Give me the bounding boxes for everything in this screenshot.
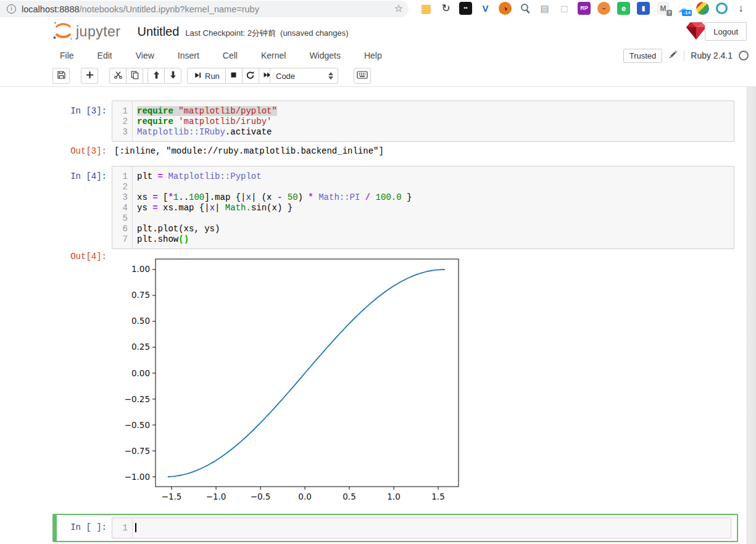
move-cell-down-button[interactable] xyxy=(164,68,181,84)
page-info-icon[interactable]: i xyxy=(7,4,16,14)
svg-text:−1.0: −1.0 xyxy=(206,492,226,501)
code-cell-empty[interactable]: 1 xyxy=(112,517,731,538)
toolbar: Run Code xyxy=(0,65,756,87)
floppy-disk-icon xyxy=(57,70,66,82)
save-button[interactable] xyxy=(52,68,70,84)
menu-item-kernel[interactable]: Kernel xyxy=(249,48,297,63)
command-palette-button[interactable] xyxy=(354,68,371,84)
copy-icon xyxy=(130,70,139,82)
svg-text:−0.50: −0.50 xyxy=(125,420,150,430)
kernel-idle-indicator-icon xyxy=(739,51,749,60)
arrow-down-icon xyxy=(168,70,178,82)
cloud-icon[interactable]: ☁-14 xyxy=(676,2,689,15)
menubar: FileEditViewInsertCellKernelWidgetsHelp … xyxy=(0,46,756,65)
line-number-gutter: 1 xyxy=(112,518,133,538)
selected-empty-cell[interactable]: 1 xyxy=(52,514,738,542)
svg-text:0.50: 0.50 xyxy=(131,316,150,326)
evernote-icon[interactable]: e xyxy=(617,2,630,15)
trusted-button[interactable]: Trusted xyxy=(623,49,663,63)
pinwheel-icon[interactable] xyxy=(696,2,709,15)
move-group xyxy=(147,68,181,84)
menu-item-view[interactable]: View xyxy=(124,48,166,63)
svg-text:1.0: 1.0 xyxy=(387,492,400,501)
cut-cell-button[interactable] xyxy=(109,68,127,84)
cell-type-select[interactable]: Code xyxy=(270,68,338,84)
output-text-3: [:inline, "module://ruby.matplotlib.back… xyxy=(114,146,384,157)
svg-text:−0.5: −0.5 xyxy=(251,492,271,501)
svg-text:0.25: 0.25 xyxy=(131,342,150,352)
logout-button[interactable]: Logout xyxy=(705,22,747,41)
menu: FileEditViewInsertCellKernelWidgetsHelp xyxy=(48,46,394,65)
line-number: 1 xyxy=(112,523,128,534)
download-arrow-icon[interactable]: ↓ xyxy=(734,2,747,15)
svg-text:1.00: 1.00 xyxy=(131,264,150,274)
svg-text:1.5: 1.5 xyxy=(431,492,444,501)
stop-icon xyxy=(229,70,238,82)
output-prompt-3: Out[3]: xyxy=(52,146,107,157)
input-prompt-3: In [3]: xyxy=(52,106,107,117)
svg-text:0.5: 0.5 xyxy=(343,492,355,501)
svg-text:−0.25: −0.25 xyxy=(125,394,150,404)
select-arrows-icon xyxy=(328,72,333,80)
save-group xyxy=(52,68,70,84)
menu-item-widgets[interactable]: Widgets xyxy=(297,48,352,63)
svg-text:−1.00: −1.00 xyxy=(125,472,150,482)
lighthouse-icon[interactable]: ▮ xyxy=(637,2,650,15)
text-cursor xyxy=(135,523,136,532)
output-prompt-4: Out[4]: xyxy=(52,252,107,262)
code-cell-3[interactable]: 123 require "matplotlib/pyplot"require '… xyxy=(112,101,734,142)
menu-item-edit[interactable]: Edit xyxy=(86,48,124,63)
search-icon[interactable] xyxy=(518,2,531,15)
clipboard-icon[interactable]: ▤ xyxy=(538,2,551,15)
scrollbar-track[interactable] xyxy=(747,87,756,544)
svg-text:0.75: 0.75 xyxy=(131,290,150,300)
url-path: /notebooks/Untitled.ipynb?kernel_name=ru… xyxy=(80,4,259,14)
hamster-icon[interactable]: •• xyxy=(597,2,610,15)
divider xyxy=(684,50,684,61)
move-cell-up-button[interactable] xyxy=(147,68,165,84)
checkpoint-status: Last Checkpoint: 2分钟前 xyxy=(185,25,276,39)
refresh-circle-icon[interactable]: ↻ xyxy=(439,2,452,15)
gmail-icon[interactable]: M? xyxy=(657,2,670,15)
svg-text:0.00: 0.00 xyxy=(131,368,150,378)
menu-item-insert[interactable]: Insert xyxy=(166,48,211,63)
restart-kernel-button[interactable] xyxy=(242,68,259,84)
code-cell-4[interactable]: 1234567 plt = Matplotlib::Pyplot xs = [*… xyxy=(112,166,734,249)
notebook-header: jupyter Untitled Last Checkpoint: 2分钟前 (… xyxy=(0,17,756,46)
refresh-icon xyxy=(246,70,255,82)
copy-cell-button[interactable] xyxy=(126,68,143,84)
code-editor-3[interactable]: require "matplotlib/pyplot"require 'matp… xyxy=(133,101,277,141)
rp-badge-icon[interactable]: RP xyxy=(578,2,591,15)
menu-item-help[interactable]: Help xyxy=(352,48,394,63)
add-cell-button[interactable] xyxy=(81,68,98,84)
menu-item-cell[interactable]: Cell xyxy=(211,48,249,63)
swirl-icon[interactable]: ◑ xyxy=(499,2,512,15)
jupyter-wordmark: jupyter xyxy=(76,23,121,40)
line-number-gutter: 123 xyxy=(112,101,133,141)
svg-text:−1.5: −1.5 xyxy=(162,492,182,501)
bookmark-star-icon[interactable]: ☆ xyxy=(394,2,403,14)
url-bar[interactable]: i localhost:8888/notebooks/Untitled.ipyn… xyxy=(0,1,409,17)
interrupt-kernel-button[interactable] xyxy=(225,68,243,84)
notebook-area: In [3]: 123 require "matplotlib/pyplot"r… xyxy=(0,87,756,544)
bookmark-grid-icon[interactable]: ▦ xyxy=(420,2,433,15)
speech-bubble-icon[interactable]: ◻ xyxy=(558,2,571,15)
input-prompt-empty: In [ ]: xyxy=(52,522,107,533)
code-editor-4[interactable]: plt = Matplotlib::Pyplot xs = [*1..100].… xyxy=(133,167,412,249)
v-logo-icon[interactable]: V xyxy=(479,2,492,15)
pencil-icon xyxy=(668,50,678,62)
keyboard-icon xyxy=(357,70,368,81)
menu-item-file[interactable]: File xyxy=(48,48,86,63)
web-globe-icon[interactable] xyxy=(716,2,728,14)
kernel-name: Ruby 2.4.1 xyxy=(691,51,733,60)
insert-group xyxy=(81,68,98,84)
notebook-title[interactable]: Untitled xyxy=(138,25,180,39)
robot-icon[interactable]: •• xyxy=(459,2,472,15)
step-forward-icon xyxy=(193,71,202,81)
jupyter-logo-icon[interactable] xyxy=(52,18,74,45)
svg-text:−0.75: −0.75 xyxy=(125,446,150,456)
run-button[interactable]: Run xyxy=(187,68,226,84)
scissors-icon xyxy=(114,70,123,82)
line-number-gutter: 1234567 xyxy=(112,167,133,249)
code-editor-empty[interactable] xyxy=(133,518,137,538)
